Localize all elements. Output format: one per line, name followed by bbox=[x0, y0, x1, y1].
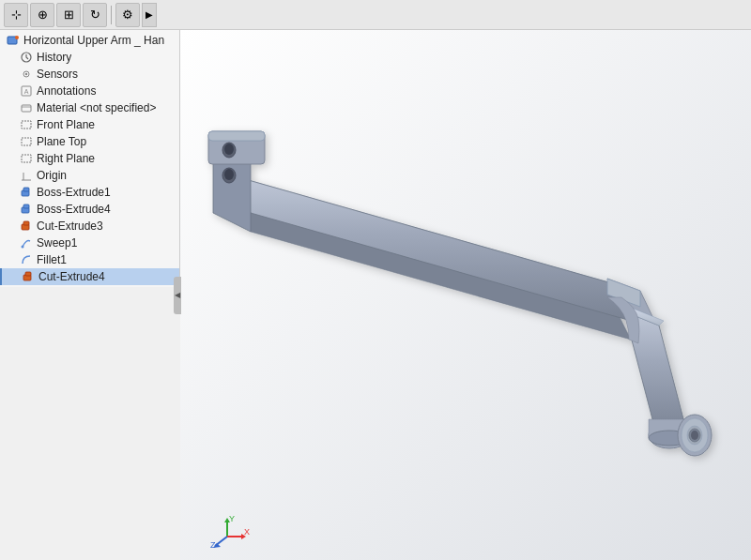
pan-button[interactable]: ⊞ bbox=[56, 3, 81, 27]
root-label: Horizontal Upper Arm _ Han bbox=[23, 34, 164, 47]
boss-extrude1-icon bbox=[19, 185, 34, 200]
boss-extrude1-label: Boss-Extrude1 bbox=[37, 186, 111, 199]
left-panel-wrapper: Horizontal Upper Arm _ Han History Senso… bbox=[0, 30, 180, 560]
front-plane-icon bbox=[19, 117, 34, 132]
annotations-icon: A bbox=[19, 83, 34, 98]
tree-item-boss-extrude4[interactable]: Boss-Extrude4 bbox=[0, 201, 179, 218]
tree-item-front-plane[interactable]: Front Plane bbox=[0, 116, 179, 133]
settings-button[interactable]: ⚙ bbox=[115, 3, 140, 27]
svg-rect-19 bbox=[23, 221, 29, 225]
pan-icon: ⊞ bbox=[64, 8, 74, 22]
zoom-icon: ⊕ bbox=[38, 8, 48, 22]
svg-text:X: X bbox=[244, 527, 250, 537]
sweep1-label: Sweep1 bbox=[37, 236, 77, 250]
more-arrow-icon: ▶ bbox=[146, 9, 153, 20]
tree-item-sweep1[interactable]: Sweep1 bbox=[0, 235, 179, 251]
right-plane-label: Right Plane bbox=[37, 152, 95, 165]
tree-item-origin[interactable]: Origin bbox=[0, 167, 179, 184]
svg-point-31 bbox=[224, 144, 234, 155]
annotations-label: Annotations bbox=[37, 84, 96, 98]
fillet1-label: Fillet1 bbox=[37, 253, 67, 266]
tree-item-cut-extrude4[interactable]: Cut-Extrude4 bbox=[0, 268, 179, 285]
svg-text:Y: Y bbox=[229, 514, 235, 523]
select-button[interactable]: ⊹ bbox=[4, 3, 28, 27]
sweep1-icon bbox=[19, 235, 34, 250]
rotate-icon: ↻ bbox=[90, 8, 100, 22]
3d-viewport[interactable]: Y X Z bbox=[180, 30, 751, 560]
settings-icon: ⚙ bbox=[122, 8, 133, 22]
tree-item-right-plane[interactable]: Right Plane bbox=[0, 150, 179, 167]
feature-tree-panel: Horizontal Upper Arm _ Han History Senso… bbox=[0, 30, 180, 287]
svg-text:Z: Z bbox=[210, 540, 216, 550]
svg-rect-15 bbox=[23, 188, 29, 191]
origin-label: Origin bbox=[37, 169, 67, 182]
svg-point-1 bbox=[15, 36, 19, 39]
front-plane-label: Front Plane bbox=[37, 118, 95, 131]
model-svg: Y X Z bbox=[180, 30, 751, 560]
panel-collapse-handle[interactable]: ◀ bbox=[174, 277, 181, 314]
main-area: Horizontal Upper Arm _ Han History Senso… bbox=[0, 30, 751, 560]
tree-item-boss-extrude1[interactable]: Boss-Extrude1 bbox=[0, 184, 179, 201]
tree-item-top-plane[interactable]: Plane Top bbox=[0, 133, 179, 150]
svg-point-20 bbox=[22, 246, 24, 249]
svg-rect-10 bbox=[22, 138, 31, 145]
boss-extrude4-icon bbox=[19, 202, 34, 217]
cut-extrude3-icon bbox=[19, 219, 34, 234]
cut-extrude3-label: Cut-Extrude3 bbox=[37, 219, 103, 233]
sensors-label: Sensors bbox=[37, 68, 78, 81]
part-icon bbox=[6, 33, 21, 48]
tree-item-fillet1[interactable]: Fillet1 bbox=[0, 251, 179, 268]
toolbar-separator-1 bbox=[111, 6, 112, 24]
main-toolbar: ⊹ ⊕ ⊞ ↻ ⚙ ▶ bbox=[0, 0, 751, 30]
tree-item-cut-extrude3[interactable]: Cut-Extrude3 bbox=[0, 218, 179, 235]
top-plane-icon bbox=[19, 134, 34, 149]
zoom-button[interactable]: ⊕ bbox=[30, 3, 54, 27]
svg-rect-29 bbox=[208, 131, 265, 141]
cut-extrude4-icon bbox=[21, 269, 36, 284]
origin-icon bbox=[19, 168, 34, 183]
svg-rect-11 bbox=[22, 155, 31, 162]
svg-rect-23 bbox=[180, 30, 751, 560]
right-plane-icon bbox=[19, 151, 34, 166]
fillet1-icon bbox=[19, 252, 34, 267]
svg-rect-9 bbox=[22, 121, 31, 129]
svg-point-33 bbox=[224, 169, 234, 180]
tree-root-item[interactable]: Horizontal Upper Arm _ Han bbox=[0, 32, 179, 49]
select-icon: ⊹ bbox=[11, 8, 22, 22]
top-plane-label: Plane Top bbox=[37, 135, 86, 148]
svg-rect-17 bbox=[23, 204, 29, 208]
toolbar-more-button[interactable]: ▶ bbox=[142, 3, 157, 27]
svg-rect-22 bbox=[25, 272, 31, 276]
cut-extrude4-label: Cut-Extrude4 bbox=[38, 270, 105, 283]
svg-point-46 bbox=[691, 431, 698, 440]
tree-item-material[interactable]: Material <not specified> bbox=[0, 99, 179, 116]
history-icon bbox=[19, 50, 34, 65]
tree-item-annotations[interactable]: A Annotations bbox=[0, 83, 179, 99]
sensors-icon bbox=[19, 67, 34, 82]
history-label: History bbox=[37, 51, 71, 64]
rotate-button[interactable]: ↻ bbox=[83, 3, 107, 27]
material-icon bbox=[19, 100, 34, 115]
tree-item-sensors[interactable]: Sensors bbox=[0, 66, 179, 83]
svg-rect-7 bbox=[22, 105, 31, 112]
feature-tree[interactable]: Horizontal Upper Arm _ Han History Senso… bbox=[0, 30, 179, 287]
collapse-arrow-icon: ◀ bbox=[175, 291, 180, 299]
svg-text:A: A bbox=[24, 88, 29, 95]
tree-item-history[interactable]: History bbox=[0, 49, 179, 66]
svg-point-4 bbox=[25, 73, 27, 75]
boss-extrude4-label: Boss-Extrude4 bbox=[37, 203, 111, 216]
material-label: Material <not specified> bbox=[37, 101, 156, 114]
